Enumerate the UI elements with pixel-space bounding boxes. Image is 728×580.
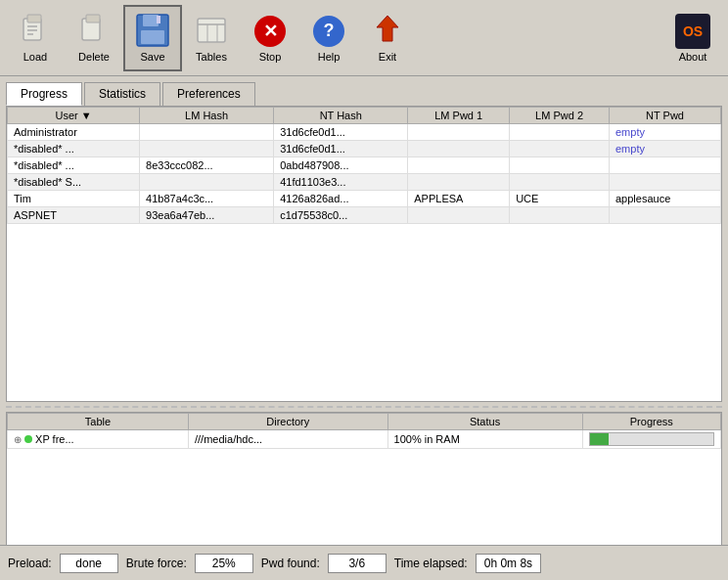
table-cell <box>140 141 274 157</box>
load-icon <box>20 13 51 50</box>
col-status: Status <box>387 414 582 430</box>
col-table: Table <box>8 414 189 430</box>
table-cell <box>140 174 274 191</box>
bottom-panel: Table Directory Status Progress ⊕ XP fre… <box>6 412 722 549</box>
progress-bar <box>589 432 714 446</box>
main-wrapper: Progress Statistics Preferences User ▼ L… <box>0 76 728 545</box>
stop-button[interactable]: ✕ Stop <box>241 5 299 71</box>
main-table-scroll[interactable]: User ▼ LM Hash NT Hash LM Pwd 1 LM Pwd 2… <box>7 107 721 401</box>
table-cell: UCE <box>510 191 610 207</box>
table-cell: empty <box>609 124 720 141</box>
table-row[interactable]: *disabled* ...31d6cfe0d1...empty <box>8 141 721 157</box>
table-cell <box>510 174 610 191</box>
bottom-dir-cell: ///media/hdc... <box>189 430 388 449</box>
svg-marker-15 <box>377 16 398 41</box>
col-progress: Progress <box>582 414 720 430</box>
save-label: Save <box>140 51 164 63</box>
table-row[interactable]: ASPNET93ea6a47eb...c1d75538c0... <box>8 207 721 224</box>
status-bar: Preload: done Brute force: 25% Pwd found… <box>0 545 728 580</box>
table-row[interactable]: *disabled* S...41fd1103e3... <box>8 174 721 191</box>
tab-statistics[interactable]: Statistics <box>84 82 160 106</box>
table-cell <box>510 141 610 157</box>
table-cell: *disabled* ... <box>8 141 140 157</box>
stop-label: Stop <box>259 51 282 63</box>
about-button[interactable]: OS About <box>663 5 722 71</box>
table-cell: *disabled* S... <box>8 174 140 191</box>
table-cell <box>510 157 610 174</box>
table-cell <box>408 141 510 157</box>
help-label: Help <box>318 51 341 63</box>
table-cell: 41b87a4c3c... <box>140 191 274 207</box>
col-lm-hash: LM Hash <box>140 108 274 124</box>
table-cell: empty <box>609 141 720 157</box>
svg-rect-1 <box>27 15 41 22</box>
bottom-section: Table Directory Status Progress ⊕ XP fre… <box>6 412 722 539</box>
table-cell: 93ea6a47eb... <box>140 207 274 224</box>
svg-rect-6 <box>86 15 100 22</box>
preload-value: done <box>60 554 118 573</box>
table-cell: 41fd1103e3... <box>274 174 408 191</box>
about-icon: OS <box>675 14 710 49</box>
table-cell: Tim <box>8 191 140 207</box>
bottom-data-table: Table Directory Status Progress ⊕ XP fre… <box>7 413 721 449</box>
toolbar: Load Delete Save Tables ✕ Stop <box>0 0 728 76</box>
bottom-table-cell: ⊕ XP fre... <box>8 430 189 449</box>
exit-label: Exit <box>379 51 396 63</box>
brute-force-value: 25% <box>195 554 253 573</box>
bottom-status-cell: 100% in RAM <box>387 430 582 449</box>
svg-rect-8 <box>143 15 159 26</box>
main-data-table: User ▼ LM Hash NT Hash LM Pwd 1 LM Pwd 2… <box>7 107 721 224</box>
tab-bar: Progress Statistics Preferences <box>6 82 722 106</box>
table-row[interactable]: ⊕ XP fre...///media/hdc...100% in RAM <box>8 430 721 449</box>
pwd-found-label: Pwd found: <box>261 557 320 570</box>
help-button[interactable]: ? Help <box>299 5 358 71</box>
section-divider <box>6 402 722 412</box>
exit-icon <box>371 14 404 49</box>
col-nt-hash: NT Hash <box>274 108 408 124</box>
table-cell: 8e33ccc082... <box>140 157 274 174</box>
table-row[interactable]: Administrator31d6cfe0d1...empty <box>8 124 721 141</box>
table-cell <box>140 124 274 141</box>
table-cell: 4126a826ad... <box>274 191 408 207</box>
table-cell <box>510 124 610 141</box>
delete-icon <box>78 13 110 50</box>
table-cell <box>609 157 720 174</box>
pwd-found-value: 3/6 <box>328 554 387 573</box>
svg-rect-11 <box>198 19 225 42</box>
load-button[interactable]: Load <box>6 5 65 71</box>
bottom-progress-cell <box>582 430 720 449</box>
table-cell <box>408 157 510 174</box>
brute-force-label: Brute force: <box>126 557 187 570</box>
table-cell: 31d6cfe0d1... <box>274 124 408 141</box>
tab-preferences[interactable]: Preferences <box>162 82 255 106</box>
table-cell: 31d6cfe0d1... <box>274 141 408 157</box>
col-lm-pwd1: LM Pwd 1 <box>408 108 510 124</box>
time-elapsed-value: 0h 0m 8s <box>476 554 541 573</box>
table-cell <box>408 207 510 224</box>
save-icon <box>135 13 170 50</box>
svg-rect-10 <box>157 16 160 23</box>
tables-button[interactable]: Tables <box>182 5 241 71</box>
table-row[interactable]: *disabled* ...8e33ccc082...0abd487908... <box>8 157 721 174</box>
about-label: About <box>679 51 707 63</box>
table-cell: 0abd487908... <box>274 157 408 174</box>
col-user: User ▼ <box>8 108 140 124</box>
tab-progress[interactable]: Progress <box>6 82 82 106</box>
table-cell: APPLESA <box>408 191 510 207</box>
preload-label: Preload: <box>8 557 52 570</box>
delete-button[interactable]: Delete <box>65 5 123 71</box>
table-row[interactable]: Tim41b87a4c3c...4126a826ad...APPLESAUCEa… <box>8 191 721 207</box>
svg-rect-9 <box>141 30 164 44</box>
delete-label: Delete <box>78 51 110 63</box>
load-label: Load <box>23 51 47 63</box>
col-directory: Directory <box>189 414 388 430</box>
table-cell <box>510 207 610 224</box>
exit-button[interactable]: Exit <box>358 5 417 71</box>
tables-icon <box>196 15 227 48</box>
help-icon: ? <box>313 16 344 47</box>
table-cell: ASPNET <box>8 207 140 224</box>
time-elapsed-label: Time elapsed: <box>394 557 468 570</box>
save-button[interactable]: Save <box>123 5 182 71</box>
table-cell: *disabled* ... <box>8 157 140 174</box>
table-cell <box>408 124 510 141</box>
